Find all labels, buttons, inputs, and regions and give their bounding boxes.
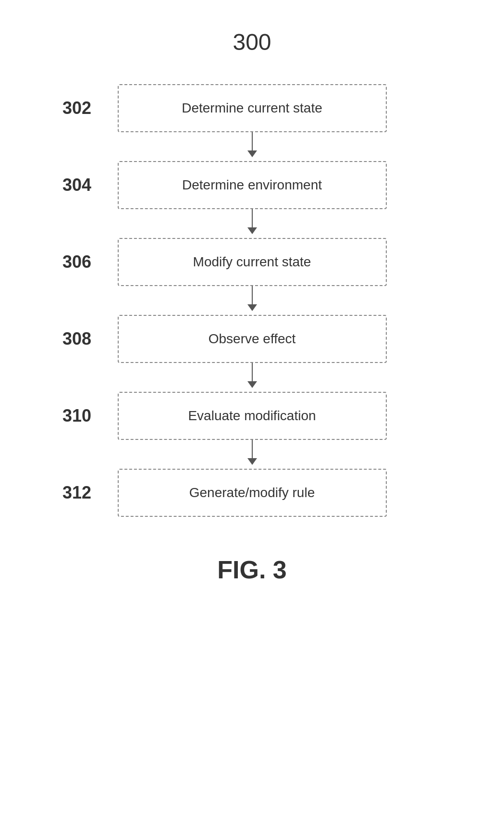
step-box-302: Determine current state [118,84,387,132]
step-label-308: 308 [62,329,120,349]
step-label-302: 302 [62,98,120,118]
arrow-head-4 [247,381,257,388]
step-box-304: Determine environment [118,161,387,209]
step-text-302: Determine current state [182,100,322,116]
step-text-306: Modify current state [193,254,311,270]
arrow-head-2 [247,227,257,234]
step-box-310: Evaluate modification [118,392,387,440]
step-row-302: 302 Determine current state [0,84,504,132]
arrow-line-3 [252,286,253,304]
step-label-304: 304 [62,175,120,195]
step-row-308: 308 Observe effect [0,315,504,363]
step-row-310: 310 Evaluate modification [0,392,504,440]
diagram-container: 300 302 Determine current state 304 Dete… [0,0,504,837]
arrow-3 [118,286,387,315]
arrow-head-3 [247,304,257,311]
arrow-head-1 [247,150,257,157]
arrow-1 [118,132,387,161]
step-text-310: Evaluate modification [188,408,316,424]
arrow-5 [118,440,387,469]
step-box-306: Modify current state [118,238,387,286]
step-label-310: 310 [62,406,120,426]
step-box-308: Observe effect [118,315,387,363]
step-label-312: 312 [62,483,120,503]
fig-label: FIG. 3 [217,555,286,584]
step-label-306: 306 [62,252,120,272]
arrow-line-1 [252,132,253,150]
step-box-312: Generate/modify rule [118,469,387,517]
flow-area: 302 Determine current state 304 Determin… [0,84,504,517]
step-row-312: 312 Generate/modify rule [0,469,504,517]
figure-title: 300 [233,29,271,55]
step-row-306: 306 Modify current state [0,238,504,286]
arrow-head-5 [247,458,257,465]
step-text-308: Observe effect [209,331,296,347]
step-text-312: Generate/modify rule [189,485,315,500]
arrow-line-2 [252,209,253,227]
step-text-304: Determine environment [182,177,322,193]
arrow-line-4 [252,363,253,381]
arrow-line-5 [252,440,253,458]
step-row-304: 304 Determine environment [0,161,504,209]
arrow-4 [118,363,387,392]
arrow-2 [118,209,387,238]
